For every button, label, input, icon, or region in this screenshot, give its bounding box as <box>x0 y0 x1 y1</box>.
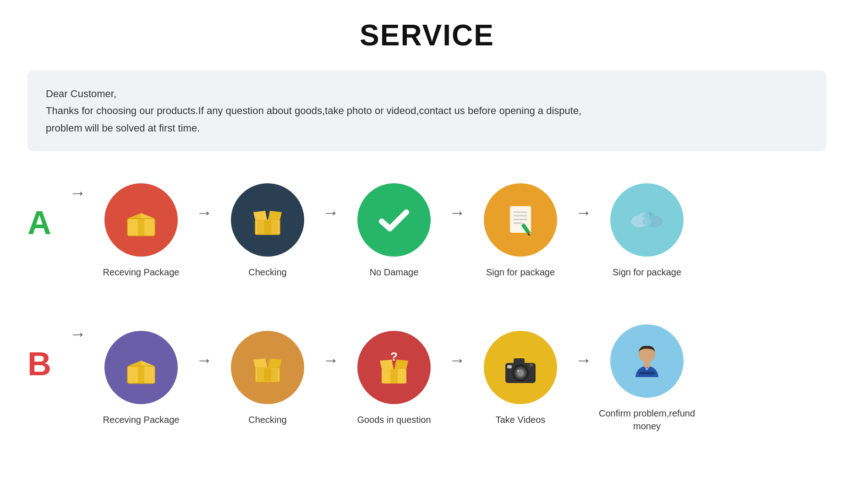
flow-a-step-5: Sign for package <box>597 183 697 279</box>
arrow-b0: → <box>70 324 86 344</box>
checking-b-icon <box>231 331 304 404</box>
svg-rect-22 <box>138 366 144 383</box>
arrow-a2: → <box>323 203 339 222</box>
sign1-label: Sign for package <box>486 266 555 279</box>
arrow-b4: → <box>575 351 592 370</box>
sign-package1-icon <box>484 183 557 257</box>
arrow-a4: → <box>575 203 592 222</box>
notice-line2: Thanks for choosing our products.If any … <box>46 102 808 119</box>
handshake-label: Sign for package <box>613 266 681 279</box>
flow-b-step-4: Take Videos <box>470 331 571 426</box>
svg-marker-20 <box>127 361 141 366</box>
receiving-package-b-icon <box>104 331 178 404</box>
camera-icon <box>484 331 557 404</box>
svg-rect-29 <box>257 368 278 381</box>
checking-a-icon <box>231 183 304 257</box>
recv-b-label: Receving Package <box>103 413 180 426</box>
svg-marker-28 <box>268 358 282 367</box>
svg-marker-1 <box>127 213 141 219</box>
flow-b-step-1: Receving Package <box>91 331 192 426</box>
handshake-icon <box>610 183 684 257</box>
svg-marker-9 <box>268 211 282 220</box>
flow-a-items: Receving Package → C <box>91 183 827 279</box>
svg-point-43 <box>529 363 533 367</box>
flow-a-step-2: Checking <box>217 183 318 279</box>
flow-a: A → Receving Package → <box>27 174 827 288</box>
goods-question-icon: ? <box>357 331 431 404</box>
arrow-a1: → <box>196 203 213 222</box>
receiving-package-a-icon <box>104 183 178 257</box>
svg-rect-31 <box>390 369 398 383</box>
flow-b-label: B <box>27 347 51 380</box>
arrow-a0: → <box>70 183 86 203</box>
svg-rect-42 <box>507 365 512 368</box>
notice-line3: problem will be solved at first time. <box>46 120 808 137</box>
arrow-b3: → <box>449 351 465 370</box>
svg-marker-8 <box>253 211 267 220</box>
svg-marker-21 <box>141 361 155 366</box>
confirm-refund-label: Confirm problem,refund money <box>597 407 697 433</box>
flow-b-items: Receving Package → Checking → <box>91 324 827 433</box>
camera-label: Take Videos <box>496 413 546 426</box>
flow-b-step-3: ? Goods in question <box>344 331 444 426</box>
svg-point-41 <box>517 370 519 372</box>
check-b-label: Checking <box>248 413 286 426</box>
question-label: Goods in question <box>357 413 431 426</box>
svg-point-18 <box>642 218 651 225</box>
page-title: SERVICE <box>27 18 827 52</box>
flow-a-step-3: No Damage <box>344 183 444 279</box>
svg-rect-45 <box>644 362 650 367</box>
svg-rect-46 <box>639 372 655 374</box>
flow-b-step-5: Confirm problem,refund money <box>597 324 697 433</box>
check-a-label: Checking <box>248 266 286 279</box>
notice-line1: Dear Customer, <box>46 85 808 102</box>
svg-rect-10 <box>257 221 278 234</box>
confirm-refund-icon <box>610 324 684 398</box>
arrow-a3: → <box>449 203 465 222</box>
svg-rect-3 <box>138 219 144 236</box>
flow-a-step-4: Sign for package <box>470 183 571 279</box>
svg-rect-36 <box>514 358 525 365</box>
flow-a-label: A <box>27 206 51 239</box>
flow-b: B → Receving Package → <box>27 315 827 442</box>
recv-a-label: Receving Package <box>103 266 180 279</box>
svg-marker-2 <box>141 213 155 219</box>
flow-b-step-2: Checking <box>217 331 318 426</box>
notice-box: Dear Customer, Thanks for choosing our p… <box>27 71 827 151</box>
arrow-b2: → <box>323 351 339 370</box>
no-damage-icon <box>357 183 431 257</box>
svg-text:?: ? <box>390 350 398 363</box>
arrow-b1: → <box>196 351 213 370</box>
flow-a-step-1: Receving Package <box>91 183 192 279</box>
svg-marker-27 <box>253 358 267 367</box>
nodamage-label: No Damage <box>370 266 419 279</box>
